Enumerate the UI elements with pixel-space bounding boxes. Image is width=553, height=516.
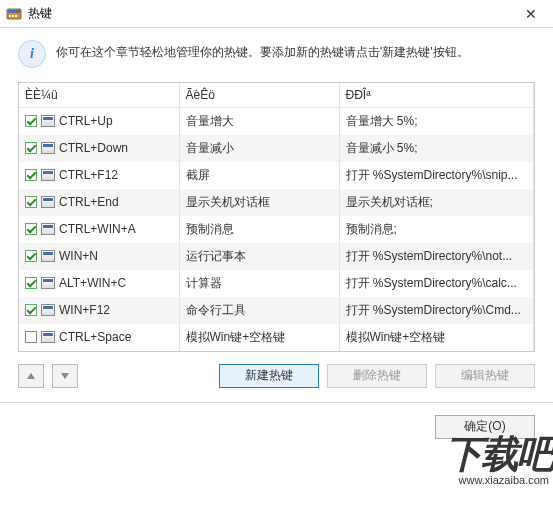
row-desc: 打开 %SystemDirectory%\snip...: [339, 162, 534, 189]
row-desc: 打开 %SystemDirectory%\Cmd...: [339, 297, 534, 324]
table-row[interactable]: CTRL+F12截屏打开 %SystemDirectory%\snip...: [19, 162, 534, 189]
close-icon: ✕: [525, 6, 537, 22]
table-row[interactable]: CTRL+Space模拟Win键+空格键模拟Win键+空格键: [19, 324, 534, 351]
column-desc[interactable]: ÐÐÎª: [339, 83, 534, 107]
row-name: 音量增大: [179, 107, 339, 135]
row-desc: 预制消息;: [339, 216, 534, 243]
hotkey-label: WIN+N: [59, 249, 98, 263]
keyboard-icon: [41, 223, 55, 235]
ok-button[interactable]: 确定(O): [435, 415, 535, 439]
keyboard-icon: [41, 304, 55, 316]
column-hotkey[interactable]: ÈÈ¼ü: [19, 83, 179, 107]
row-desc: 音量增大 5%;: [339, 107, 534, 135]
row-desc: 打开 %SystemDirectory%\calc...: [339, 270, 534, 297]
window-title: 热键: [28, 5, 511, 22]
hotkey-label: CTRL+Down: [59, 141, 128, 155]
new-hotkey-button[interactable]: 新建热键: [219, 364, 319, 388]
row-name: 音量减小: [179, 135, 339, 162]
move-down-button[interactable]: [52, 364, 78, 388]
row-checkbox[interactable]: [25, 223, 37, 235]
svg-rect-1: [8, 10, 20, 13]
watermark-sub: www.xiazaiba.com: [445, 474, 553, 486]
column-name[interactable]: ÃèÊö: [179, 83, 339, 107]
hotkey-label: CTRL+Up: [59, 114, 113, 128]
row-checkbox[interactable]: [25, 169, 37, 181]
row-checkbox[interactable]: [25, 277, 37, 289]
app-icon: [6, 6, 22, 22]
titlebar: 热键 ✕: [0, 0, 553, 28]
keyboard-icon: [41, 196, 55, 208]
row-desc: 打开 %SystemDirectory%\not...: [339, 243, 534, 270]
keyboard-icon: [41, 277, 55, 289]
hotkey-label: CTRL+WIN+A: [59, 222, 136, 236]
row-name: 截屏: [179, 162, 339, 189]
hotkey-label: ALT+WIN+C: [59, 276, 126, 290]
row-desc: 音量减小 5%;: [339, 135, 534, 162]
row-desc: 模拟Win键+空格键: [339, 324, 534, 351]
hotkey-table: ÈÈ¼ü ÃèÊö ÐÐÎª CTRL+Up音量增大音量增大 5%;CTRL+D…: [18, 82, 535, 352]
info-icon: i: [18, 40, 46, 68]
table-row[interactable]: WIN+N运行记事本打开 %SystemDirectory%\not...: [19, 243, 534, 270]
table-row[interactable]: WIN+F12命令行工具打开 %SystemDirectory%\Cmd...: [19, 297, 534, 324]
svg-rect-2: [9, 15, 11, 17]
row-name: 显示关机对话框: [179, 189, 339, 216]
row-checkbox[interactable]: [25, 250, 37, 262]
row-checkbox[interactable]: [25, 115, 37, 127]
keyboard-icon: [41, 331, 55, 343]
arrow-up-icon: [26, 371, 36, 381]
row-checkbox[interactable]: [25, 196, 37, 208]
row-name: 预制消息: [179, 216, 339, 243]
button-row: 新建热键 删除热键 编辑热键: [0, 352, 553, 400]
row-name: 运行记事本: [179, 243, 339, 270]
hotkey-label: CTRL+Space: [59, 330, 131, 344]
info-row: i 你可在这个章节轻松地管理你的热键。要添加新的热键请点击'新建热键'按钮。: [0, 28, 553, 82]
svg-rect-4: [15, 15, 17, 17]
row-checkbox[interactable]: [25, 142, 37, 154]
row-name: 计算器: [179, 270, 339, 297]
hotkey-label: CTRL+F12: [59, 168, 118, 182]
table-row[interactable]: CTRL+Up音量增大音量增大 5%;: [19, 107, 534, 135]
hotkey-label: WIN+F12: [59, 303, 110, 317]
hotkey-label: CTRL+End: [59, 195, 119, 209]
delete-hotkey-button[interactable]: 删除热键: [327, 364, 427, 388]
table-row[interactable]: CTRL+Down音量减小音量减小 5%;: [19, 135, 534, 162]
arrow-down-icon: [60, 371, 70, 381]
table-row[interactable]: ALT+WIN+C计算器打开 %SystemDirectory%\calc...: [19, 270, 534, 297]
table-row[interactable]: CTRL+WIN+A预制消息预制消息;: [19, 216, 534, 243]
move-up-button[interactable]: [18, 364, 44, 388]
row-checkbox[interactable]: [25, 304, 37, 316]
close-button[interactable]: ✕: [511, 1, 551, 27]
keyboard-icon: [41, 169, 55, 181]
row-name: 模拟Win键+空格键: [179, 324, 339, 351]
table-row[interactable]: CTRL+End显示关机对话框显示关机对话框;: [19, 189, 534, 216]
info-text: 你可在这个章节轻松地管理你的热键。要添加新的热键请点击'新建热键'按钮。: [56, 40, 469, 61]
edit-hotkey-button[interactable]: 编辑热键: [435, 364, 535, 388]
row-checkbox[interactable]: [25, 331, 37, 343]
keyboard-icon: [41, 250, 55, 262]
keyboard-icon: [41, 142, 55, 154]
svg-rect-3: [12, 15, 14, 17]
row-desc: 显示关机对话框;: [339, 189, 534, 216]
keyboard-icon: [41, 115, 55, 127]
row-name: 命令行工具: [179, 297, 339, 324]
footer: 确定(O): [0, 403, 553, 453]
